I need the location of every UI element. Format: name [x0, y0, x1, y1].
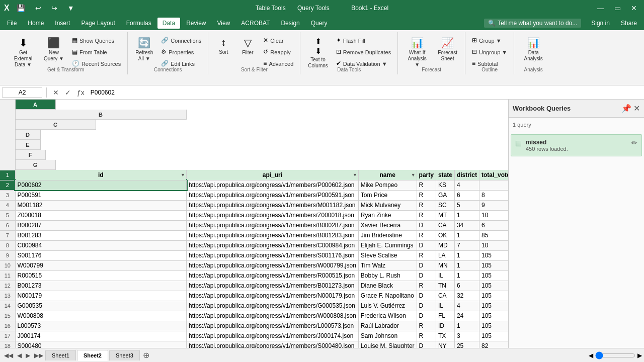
cell-13-4[interactable]: CA	[436, 291, 454, 301]
cell-5-4[interactable]: MT	[436, 210, 454, 220]
cell-3-6[interactable]: 8	[479, 190, 508, 200]
menu-review[interactable]: Review	[181, 18, 211, 29]
show-queries-button[interactable]: ▦ Show Queries	[69, 35, 123, 46]
cell-4-1[interactable]: https://api.propublica.org/congress/v1/m…	[187, 200, 359, 210]
table-row[interactable]: 10W000799https://api.propublica.org/cong…	[0, 260, 508, 270]
cell-3-3[interactable]: R	[417, 190, 436, 200]
cell-16-1[interactable]: https://api.propublica.org/congress/v1/m…	[187, 321, 359, 331]
col-header-c[interactable]: C	[16, 120, 96, 130]
header-cell-api_uri[interactable]: api_uri ▼	[187, 170, 359, 180]
cell-15-3[interactable]: D	[417, 311, 436, 321]
table-row[interactable]: 4M001182https://api.propublica.org/congr…	[0, 200, 508, 210]
connections-button[interactable]: 🔗 Connections	[158, 35, 204, 46]
close-button[interactable]: ✕	[628, 3, 640, 13]
cell-7-5[interactable]: 1	[454, 230, 479, 240]
ungroup-button[interactable]: ⊟ Ungroup ▼	[469, 47, 510, 57]
cell-16-4[interactable]: ID	[436, 321, 454, 331]
cell-17-0[interactable]: J000174	[15, 331, 187, 341]
cell-16-3[interactable]: R	[417, 321, 436, 331]
cell-5-3[interactable]: R	[417, 210, 436, 220]
data-analysis-button[interactable]: 📊 Data Analysis	[518, 34, 548, 64]
cell-13-3[interactable]: D	[417, 291, 436, 301]
cell-17-3[interactable]: R	[417, 331, 436, 341]
sort-button[interactable]: ↕ Sort	[212, 34, 234, 58]
cell-4-6[interactable]: 9	[479, 200, 508, 210]
filter-btn-api_uri[interactable]: ▼	[353, 172, 357, 177]
from-table-button[interactable]: ▤ From Table	[69, 47, 123, 57]
cell-12-5[interactable]: 6	[454, 281, 479, 291]
cell-18-4[interactable]: NY	[436, 341, 454, 348]
table-row[interactable]: 7B001283https://api.propublica.org/congr…	[0, 230, 508, 240]
cell-6-4[interactable]: CA	[436, 220, 454, 230]
cell-14-3[interactable]: D	[417, 301, 436, 311]
sign-in-btn[interactable]: Sign in	[586, 18, 615, 29]
cell-5-5[interactable]: 1	[454, 210, 479, 220]
refresh-all-button[interactable]: 🔄 RefreshAll ▼	[132, 34, 156, 64]
cell-7-1[interactable]: https://api.propublica.org/congress/v1/m…	[187, 230, 359, 240]
cell-13-5[interactable]: 32	[454, 291, 479, 301]
properties-button[interactable]: ⚙ Properties	[158, 47, 204, 57]
cell-17-6[interactable]: 105	[479, 331, 508, 341]
cell-18-2[interactable]: Louise M. Slaughter	[358, 341, 417, 348]
filter-btn-state[interactable]: ▼	[449, 172, 453, 177]
cell-4-4[interactable]: SC	[436, 200, 454, 210]
cell-8-6[interactable]: 10	[479, 240, 508, 250]
text-to-columns-button[interactable]: ⬆⬇ Text toColumns	[304, 34, 331, 71]
cell-14-4[interactable]: IL	[436, 301, 454, 311]
cell-16-2[interactable]: Raúl Labrador	[358, 321, 417, 331]
sheet-tab-sheet3[interactable]: Sheet3	[109, 350, 140, 360]
sheet-scroll-right[interactable]: ▶▶	[32, 352, 45, 359]
cell-10-4[interactable]: MN	[436, 260, 454, 270]
cell-11-5[interactable]: 1	[454, 270, 479, 281]
query-item[interactable]: ▦ missed 450 rows loaded. ✏	[511, 134, 642, 156]
cell-12-6[interactable]: 105	[479, 281, 508, 291]
cell-11-4[interactable]: IL	[436, 270, 454, 281]
cell-14-6[interactable]: 105	[479, 301, 508, 311]
sheet-scroll-left[interactable]: ◀◀	[2, 352, 15, 359]
cell-4-0[interactable]: M001182	[15, 200, 187, 210]
cell-16-0[interactable]: L000573	[15, 321, 187, 331]
table-row[interactable]: 18S000480https://api.propublica.org/cong…	[0, 341, 508, 348]
col-header-d[interactable]: D	[16, 130, 41, 140]
cell-5-1[interactable]: https://api.propublica.org/congress/v1/m…	[187, 210, 359, 220]
filter-btn-district[interactable]: ▼	[473, 172, 478, 177]
cell-8-3[interactable]: D	[417, 240, 436, 250]
table-row[interactable]: 15W000808https://api.propublica.org/cong…	[0, 311, 508, 321]
cell-3-0[interactable]: P000591	[15, 190, 187, 200]
filter-btn-id[interactable]: ▼	[181, 172, 185, 177]
menu-view[interactable]: View	[212, 18, 235, 29]
header-cell-state[interactable]: state ▼	[436, 170, 454, 180]
insert-function-button[interactable]: ƒx	[75, 88, 87, 97]
table-row[interactable]: 13N000179https://api.propublica.org/cong…	[0, 291, 508, 301]
sheet-scroll-prev[interactable]: ◀	[15, 352, 24, 359]
remove-duplicates-button[interactable]: ⊡ Remove Duplicates	[334, 47, 393, 57]
cell-6-2[interactable]: Xavier Becerra	[358, 220, 417, 230]
cell-8-4[interactable]: MD	[436, 240, 454, 250]
filter-btn-party[interactable]: ▼	[430, 172, 435, 177]
cell-4-5[interactable]: 5	[454, 200, 479, 210]
cell-10-0[interactable]: W000799	[15, 260, 187, 270]
cell-9-5[interactable]: 1	[454, 250, 479, 260]
what-if-analysis-button[interactable]: 📊 What-IfAnalysis ▼	[402, 34, 432, 70]
cell-6-6[interactable]: 6	[479, 220, 508, 230]
cell-7-4[interactable]: OK	[436, 230, 454, 240]
sheet-scroll-next[interactable]: ▶	[24, 352, 32, 359]
cell-15-4[interactable]: FL	[436, 311, 454, 321]
cell-3-1[interactable]: https://api.propublica.org/congress/v1/m…	[187, 190, 359, 200]
header-cell-name[interactable]: name ▼	[358, 170, 417, 180]
sheet-tab-sheet2[interactable]: Sheet2	[77, 350, 108, 361]
header-cell-id[interactable]: id ▼	[15, 170, 187, 180]
cell-3-5[interactable]: 6	[454, 190, 479, 200]
cell-2-4[interactable]: KS	[436, 180, 454, 190]
menu-query[interactable]: Query	[306, 18, 333, 29]
reapply-button[interactable]: ↺ Reapply	[261, 47, 296, 57]
share-btn[interactable]: Share	[616, 18, 642, 29]
menu-page-layout[interactable]: Page Layout	[76, 18, 120, 29]
cell-15-2[interactable]: Frederica Wilson	[358, 311, 417, 321]
cell-18-3[interactable]: D	[417, 341, 436, 348]
table-scroll[interactable]: A B C D E F G 1id ▼api_uri ▼name ▼party …	[0, 100, 508, 348]
customize-btn[interactable]: ▼	[64, 3, 77, 13]
cell-9-3[interactable]: R	[417, 250, 436, 260]
horizontal-scrollbar[interactable]	[595, 351, 635, 359]
cell-11-0[interactable]: R000515	[15, 270, 187, 281]
